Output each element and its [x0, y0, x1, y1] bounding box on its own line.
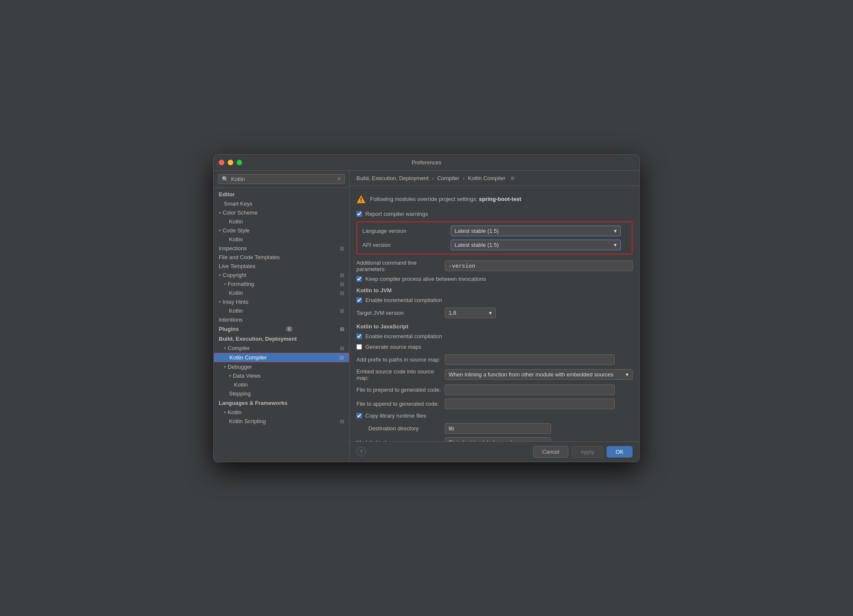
file-append-input[interactable] — [445, 398, 615, 409]
sidebar-item-inlay-hints[interactable]: ▾ Inlay Hints — [214, 297, 349, 306]
jvm-enable-incremental-label: Enable incremental compilation — [365, 297, 442, 303]
destination-label: Destination directory — [356, 425, 441, 432]
apply-button[interactable]: Apply — [572, 446, 604, 458]
window-title: Preferences — [412, 159, 441, 166]
sidebar-item-data-views[interactable]: ▾ Data Views — [214, 371, 349, 380]
copy-library-row: Copy library runtime files — [356, 413, 633, 419]
smart-keys-label: Smart Keys — [224, 201, 252, 207]
sidebar-item-color-scheme-kotlin[interactable]: Kotlin — [214, 217, 349, 226]
target-jvm-dropdown[interactable]: 1.8 ▾ — [445, 308, 496, 318]
intentions-label: Intentions — [219, 316, 243, 323]
svg-text:!: ! — [360, 197, 362, 203]
file-code-templates-label: File and Code Templates — [219, 254, 280, 260]
breadcrumb-sep-1: › — [432, 175, 434, 181]
search-clear-icon[interactable]: ✕ — [337, 176, 341, 182]
jvm-enable-incremental-checkbox[interactable] — [356, 297, 362, 303]
sidebar-item-inlay-hints-kotlin[interactable]: Kotlin ▤ — [214, 306, 349, 315]
language-version-dropdown[interactable]: Latest stable (1.5) ▾ — [451, 226, 621, 236]
sidebar-item-code-style[interactable]: ▾ Code Style — [214, 226, 349, 235]
data-views-label: Data Views — [233, 373, 261, 379]
report-warnings-row: Report compiler warnings — [356, 211, 633, 217]
sidebar-item-data-views-kotlin[interactable]: Kotlin — [214, 380, 349, 389]
breadcrumb-settings-icon[interactable]: ⊞ — [511, 175, 514, 181]
kotlin-to-jvm-title: Kotlin to JVM — [356, 287, 633, 294]
breadcrumb-part-2: Compiler — [437, 175, 459, 181]
sidebar-item-intentions[interactable]: Intentions — [214, 315, 349, 324]
file-prepend-input[interactable] — [445, 384, 615, 395]
formatting-chevron: ▾ — [224, 282, 226, 286]
file-prepend-label: File to prepend to generated code: — [356, 387, 441, 393]
sidebar-item-smart-keys[interactable]: Smart Keys — [214, 199, 349, 208]
js-enable-incremental-checkbox[interactable] — [356, 333, 362, 339]
help-button[interactable]: ? — [356, 447, 366, 456]
titlebar: Preferences — [214, 155, 639, 171]
bottom-bar: ? Cancel Apply OK — [350, 441, 639, 462]
search-box: 🔍 ✕ — [214, 171, 349, 188]
target-jvm-value: 1.8 — [449, 310, 456, 316]
close-button[interactable] — [219, 160, 224, 165]
plugins-page-icon: ▤ — [340, 326, 344, 332]
build-section-label: Build, Execution, Deployment — [214, 334, 349, 344]
data-views-kotlin-label: Kotlin — [234, 381, 248, 388]
js-enable-incremental-label: Enable incremental compilation — [365, 333, 442, 339]
copyright-chevron: ▾ — [219, 273, 221, 277]
minimize-button[interactable] — [228, 160, 233, 165]
js-enable-incremental-row: Enable incremental compilation — [356, 333, 633, 339]
language-version-row: Language version Latest stable (1.5) ▾ — [362, 226, 627, 236]
editor-section-label: Editor — [214, 189, 349, 199]
search-input[interactable] — [231, 176, 334, 182]
embed-source-dropdown[interactable]: When inlining a function from other modu… — [445, 369, 633, 380]
api-version-label: API version — [362, 242, 447, 248]
file-append-row: File to append to generated code: — [356, 398, 633, 409]
report-warnings-checkbox[interactable] — [356, 211, 362, 217]
copy-library-checkbox[interactable] — [356, 413, 362, 418]
sidebar-item-compiler[interactable]: ▾ Compiler ▤ — [214, 344, 349, 353]
sidebar-item-debugger[interactable]: ▾ Debugger — [214, 362, 349, 371]
code-style-chevron: ▾ — [219, 228, 221, 233]
sidebar-item-formatting-kotlin[interactable]: Kotlin ▤ — [214, 288, 349, 297]
additional-cmd-row: Additional command line parameters: — [356, 260, 633, 272]
cancel-button[interactable]: Cancel — [533, 446, 568, 458]
sidebar-item-copyright[interactable]: ▾ Copyright ▤ — [214, 271, 349, 280]
sidebar-tree: Editor Smart Keys ▾ Color Scheme Kotlin … — [214, 188, 349, 462]
keep-compiler-checkbox[interactable] — [356, 276, 362, 282]
api-version-dropdown[interactable]: Latest stable (1.5) ▾ — [451, 240, 621, 250]
plugins-label: Plugins — [219, 326, 239, 332]
sidebar-item-color-scheme[interactable]: ▾ Color Scheme — [214, 208, 349, 217]
search-wrapper[interactable]: 🔍 ✕ — [218, 174, 345, 184]
target-jvm-label: Target JVM version — [356, 310, 441, 316]
add-prefix-label: Add prefix to paths in source map: — [356, 356, 441, 363]
plugins-badge: 6 — [286, 326, 293, 332]
embed-source-value: When inlining a function from other modu… — [449, 371, 613, 378]
breadcrumb-sep-2: › — [463, 175, 464, 181]
api-version-row: API version Latest stable (1.5) ▾ — [362, 240, 627, 250]
sidebar-item-kotlin-scripting[interactable]: Kotlin Scripting ▤ — [214, 417, 349, 426]
sidebar-item-inspections[interactable]: Inspections ▤ — [214, 244, 349, 253]
breadcrumb-part-1: Build, Execution, Deployment — [356, 175, 429, 181]
warning-bar: ! Following modules override project set… — [356, 193, 633, 206]
destination-row: Destination directory — [356, 423, 633, 434]
sidebar-item-kotlin-compiler[interactable]: Kotlin Compiler ▤ — [214, 353, 349, 362]
destination-input[interactable] — [445, 423, 551, 434]
additional-cmd-input[interactable] — [445, 260, 633, 271]
warning-module-name: spring-boot-test — [479, 196, 522, 202]
sidebar-item-file-code-templates[interactable]: File and Code Templates — [214, 253, 349, 262]
add-prefix-input[interactable] — [445, 354, 615, 365]
warning-icon: ! — [356, 195, 366, 204]
sidebar-item-code-style-kotlin[interactable]: Kotlin — [214, 235, 349, 244]
kotlin-scripting-page-icon: ▤ — [340, 418, 344, 424]
ok-button[interactable]: OK — [607, 446, 633, 458]
preferences-window: Preferences 🔍 ✕ Editor Smart Keys ▾ C — [213, 154, 640, 462]
sidebar-item-formatting[interactable]: ▾ Formatting ▤ — [214, 280, 349, 288]
target-jvm-chevron: ▾ — [489, 310, 492, 316]
keep-compiler-label: Keep compiler process alive between invo… — [365, 276, 486, 282]
maximize-button[interactable] — [237, 160, 242, 165]
embed-source-chevron: ▾ — [626, 371, 629, 378]
generate-source-maps-checkbox[interactable] — [356, 344, 362, 350]
sidebar-item-stepping[interactable]: Stepping — [214, 389, 349, 398]
module-kind-dropdown[interactable]: Plain (put to global scope) ▾ — [445, 437, 551, 441]
sidebar-item-lang-kotlin[interactable]: ▾ Kotlin — [214, 408, 349, 417]
inlay-hints-chevron: ▾ — [219, 300, 221, 304]
sidebar-item-live-templates[interactable]: Live Templates — [214, 262, 349, 271]
kotlin-compiler-label: Kotlin Compiler — [229, 354, 267, 361]
